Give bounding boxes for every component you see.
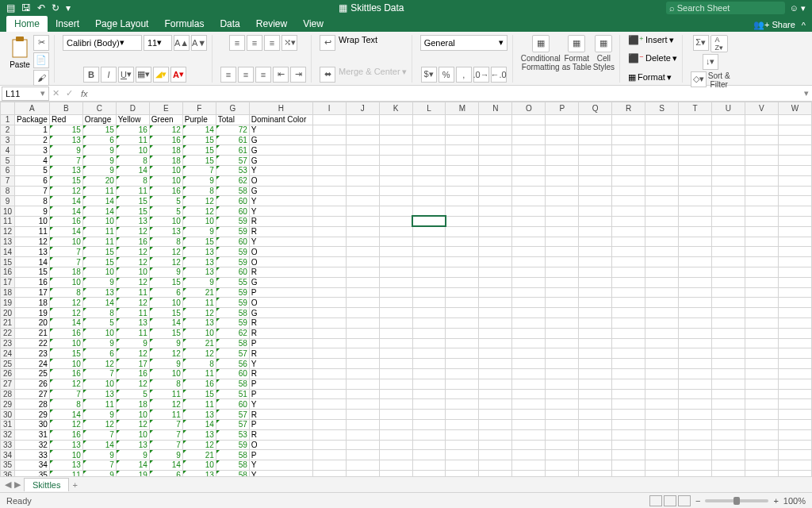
cell[interactable] <box>645 145 679 156</box>
cell[interactable] <box>412 440 446 450</box>
cell[interactable] <box>312 135 346 145</box>
cell[interactable]: 58 <box>216 186 249 196</box>
cell[interactable] <box>745 298 778 308</box>
cell[interactable] <box>312 460 346 471</box>
cell[interactable] <box>745 196 778 206</box>
col-header-T[interactable]: T <box>679 102 712 115</box>
cell[interactable]: 10 <box>182 460 216 471</box>
cell[interactable] <box>711 308 745 318</box>
row-header[interactable]: 17 <box>1 277 15 287</box>
cell[interactable]: 21 <box>182 338 216 348</box>
cell[interactable] <box>412 399 446 410</box>
cell[interactable] <box>546 186 579 196</box>
row-header[interactable]: 29 <box>1 399 15 410</box>
cell[interactable]: 14 <box>49 196 82 206</box>
cell[interactable] <box>679 379 712 389</box>
cell[interactable]: G <box>249 145 312 156</box>
cell[interactable] <box>446 470 479 476</box>
cell[interactable] <box>312 328 346 338</box>
cell[interactable] <box>745 460 778 471</box>
cell[interactable] <box>778 328 811 338</box>
cell[interactable] <box>645 419 679 429</box>
cell[interactable] <box>645 165 679 175</box>
align-mid-icon[interactable]: ≡ <box>247 35 262 51</box>
cell[interactable] <box>479 237 512 247</box>
cell[interactable]: 12 <box>82 359 116 369</box>
cell[interactable] <box>446 298 479 308</box>
cell[interactable]: R <box>249 368 312 379</box>
col-header-N[interactable]: N <box>479 102 512 115</box>
cell[interactable] <box>379 460 412 471</box>
cell[interactable]: 12 <box>49 298 82 308</box>
cell[interactable]: 10 <box>82 379 116 389</box>
cell[interactable]: 61 <box>216 145 249 156</box>
cell[interactable] <box>745 165 778 175</box>
cell[interactable]: 58 <box>216 470 249 476</box>
cell[interactable]: 14 <box>14 257 49 267</box>
cell[interactable]: 15 <box>182 389 216 399</box>
cell[interactable]: R <box>249 410 312 420</box>
cell[interactable]: 16 <box>49 429 82 440</box>
cell[interactable] <box>512 135 546 145</box>
cell[interactable] <box>512 450 546 460</box>
cell[interactable]: 59 <box>216 216 249 226</box>
cell[interactable]: 3 <box>14 145 49 156</box>
cell[interactable] <box>346 379 379 389</box>
cell[interactable] <box>679 165 712 175</box>
cell[interactable] <box>745 308 778 318</box>
cell[interactable] <box>745 135 778 145</box>
cell[interactable]: 15 <box>49 175 82 186</box>
cell[interactable] <box>479 267 512 277</box>
cell[interactable] <box>711 410 745 420</box>
col-header-O[interactable]: O <box>512 102 546 115</box>
row-header[interactable]: 19 <box>1 298 15 308</box>
cell[interactable]: 10 <box>116 429 149 440</box>
cell[interactable] <box>512 277 546 287</box>
cell[interactable] <box>612 135 645 145</box>
cell[interactable] <box>312 277 346 287</box>
cell[interactable]: 16 <box>49 216 82 226</box>
cell[interactable]: 7 <box>82 368 116 379</box>
cell[interactable] <box>778 419 811 429</box>
cell[interactable]: 10 <box>116 267 149 277</box>
cell[interactable] <box>312 389 346 399</box>
cell[interactable]: 33 <box>14 450 49 460</box>
cell[interactable]: P <box>249 419 312 429</box>
cell[interactable] <box>379 115 412 125</box>
cell[interactable]: 9 <box>149 450 182 460</box>
copy-icon[interactable]: 📄 <box>33 52 49 68</box>
page-break-view-icon[interactable] <box>678 495 691 506</box>
cell[interactable] <box>346 450 379 460</box>
cell[interactable]: 15 <box>82 247 116 257</box>
cell[interactable] <box>711 247 745 257</box>
cell[interactable] <box>579 165 612 175</box>
cell[interactable] <box>346 257 379 267</box>
cell[interactable]: 23 <box>14 348 49 359</box>
cell[interactable] <box>346 156 379 166</box>
cell[interactable] <box>379 216 412 226</box>
cell[interactable]: 58 <box>216 460 249 471</box>
cell[interactable] <box>412 237 446 247</box>
cell[interactable] <box>745 115 778 125</box>
cell[interactable] <box>778 429 811 440</box>
more-qat-icon[interactable]: ▾ <box>66 2 71 13</box>
cell[interactable]: 12 <box>116 298 149 308</box>
cell[interactable] <box>679 419 712 429</box>
cell[interactable] <box>778 399 811 410</box>
cell[interactable]: 14 <box>49 318 82 328</box>
cell[interactable] <box>645 156 679 166</box>
cell[interactable]: 10 <box>49 450 82 460</box>
cell[interactable] <box>711 277 745 287</box>
cell[interactable] <box>346 145 379 156</box>
save-icon[interactable]: ▤ <box>6 2 15 13</box>
cell[interactable]: 7 <box>149 429 182 440</box>
cell[interactable] <box>479 277 512 287</box>
cell[interactable] <box>312 470 346 476</box>
cell[interactable] <box>446 359 479 369</box>
cell[interactable] <box>479 196 512 206</box>
cell[interactable]: 7 <box>49 389 82 399</box>
cell[interactable] <box>379 267 412 277</box>
cell[interactable] <box>745 267 778 277</box>
cell[interactable] <box>379 257 412 267</box>
cell[interactable] <box>679 348 712 359</box>
